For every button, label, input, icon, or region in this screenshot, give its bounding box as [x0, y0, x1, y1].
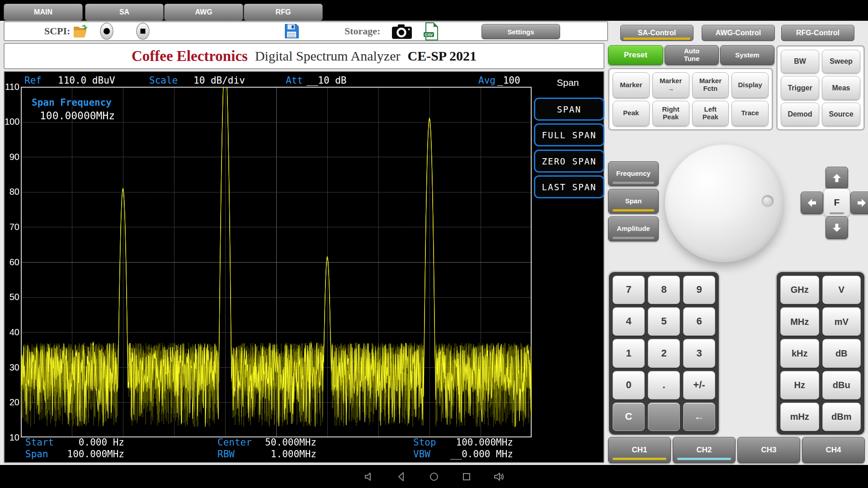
unit-mhz-milli-button[interactable]: mHz [780, 403, 819, 431]
back-icon[interactable] [395, 470, 408, 483]
f-key-button[interactable]: F [824, 188, 850, 216]
key-9[interactable]: 9 [683, 276, 715, 304]
home-icon[interactable] [428, 470, 440, 483]
rotary-knob[interactable] [665, 145, 783, 262]
key-1[interactable]: 1 [613, 339, 645, 367]
key-clear[interactable]: C [613, 403, 645, 431]
full-span-button[interactable]: FULL SPAN [534, 123, 604, 146]
right-peak-button[interactable]: Right Peak [652, 101, 689, 127]
ref-label: Ref [24, 75, 42, 86]
sweep-button[interactable]: Sweep [822, 50, 860, 73]
tab-rfg-control[interactable]: RFG-Control [781, 25, 854, 41]
auto-tune-button[interactable]: Auto Tune [665, 45, 719, 65]
y-tick: 50 [5, 292, 19, 302]
arrow-down-button[interactable] [826, 216, 848, 239]
ch3-label: CH3 [761, 446, 776, 454]
tab-sa-control[interactable]: SA-Control [620, 25, 693, 41]
marker-to-button[interactable]: Marker → [652, 72, 689, 98]
key-0[interactable]: 0 [613, 371, 645, 399]
bw-button[interactable]: BW [781, 50, 819, 73]
system-button[interactable]: System [720, 45, 774, 65]
key-7[interactable]: 7 [613, 276, 645, 304]
key-plus-minus[interactable]: +/- [683, 371, 715, 399]
ch4-button[interactable]: CH4 [802, 437, 865, 463]
key-6[interactable]: 6 [683, 307, 715, 336]
ch3-button[interactable]: CH3 [737, 437, 800, 463]
bw-label: BW [794, 57, 806, 66]
key-8[interactable]: 8 [648, 276, 680, 304]
unit-mhz-milli-label: mHz [790, 412, 809, 422]
arrow-right-button[interactable] [850, 192, 868, 214]
display-button[interactable]: Display [731, 72, 769, 98]
key-decimal-label: . [662, 380, 665, 391]
key-3[interactable]: 3 [683, 339, 715, 367]
demod-button[interactable]: Demod [781, 103, 819, 126]
unit-db-button[interactable]: dB [822, 339, 861, 367]
span-active-underline [613, 209, 654, 211]
tab-sa[interactable]: SA [85, 4, 164, 21]
zero-span-button[interactable]: ZERO SPAN [534, 150, 604, 173]
last-span-button-label: LAST SPAN [542, 182, 597, 192]
tab-awg-control[interactable]: AWG-Control [702, 25, 775, 41]
amplitude-button[interactable]: Amplitude [608, 216, 659, 241]
unit-khz-button[interactable]: kHz [780, 339, 819, 367]
y-tick: 20 [5, 397, 19, 407]
meas-button[interactable]: Meas [822, 76, 860, 99]
tab-sa-control-label: SA-Control [638, 29, 676, 37]
span-button[interactable]: SPAN [534, 98, 604, 121]
csv-icon[interactable]: CSV [423, 22, 438, 42]
span-button-label: SPAN [557, 104, 581, 114]
key-blank[interactable] [648, 403, 680, 431]
ch1-active-underline [613, 458, 666, 460]
folder-open-icon[interactable] [72, 23, 90, 41]
last-span-button[interactable]: LAST SPAN [534, 175, 604, 198]
ch2-button[interactable]: CH2 [673, 437, 736, 463]
unit-dbm-button[interactable]: dBm [822, 403, 861, 431]
key-2[interactable]: 2 [648, 339, 680, 367]
arrow-left-button[interactable] [801, 192, 823, 214]
f-key-label: F [834, 197, 840, 208]
unit-v-button[interactable]: V [822, 276, 861, 304]
unit-mhz-button[interactable]: MHz [780, 307, 819, 336]
function-key-group: BW Sweep Trigger Meas Demod Source [776, 45, 865, 131]
record-icon[interactable] [99, 22, 115, 42]
key-backspace[interactable]: ← [683, 403, 715, 431]
peak-button[interactable]: Peak [613, 101, 650, 127]
ch1-button[interactable]: CH1 [608, 437, 671, 463]
source-label: Source [829, 110, 853, 118]
unit-dbu-button[interactable]: dBu [822, 371, 861, 399]
recents-icon[interactable] [460, 470, 473, 483]
tab-main[interactable]: MAIN [4, 4, 83, 21]
tab-awg[interactable]: AWG [164, 4, 243, 21]
key-4-label: 4 [626, 316, 631, 327]
frequency-button[interactable]: Frequency [608, 161, 659, 186]
settings-button[interactable]: Settings [481, 24, 560, 39]
start-value: 0.000 Hz [54, 437, 124, 448]
volume-up-icon[interactable] [493, 470, 505, 483]
key-5[interactable]: 5 [648, 307, 680, 336]
app-root: { "colors": { "accent_blue": "#1a7ad4", … [0, 0, 868, 488]
volume-down-icon[interactable] [363, 470, 375, 483]
unit-mv-button[interactable]: mV [822, 307, 861, 336]
trigger-button[interactable]: Trigger [781, 76, 819, 99]
unit-hz-button[interactable]: Hz [780, 371, 819, 399]
marker-button[interactable]: Marker [613, 72, 650, 98]
trace-button[interactable]: Trace [731, 101, 769, 127]
preset-button[interactable]: Preset [608, 45, 663, 65]
key-4[interactable]: 4 [613, 307, 645, 336]
product-name: Digital Spectrum Analyzer [255, 48, 401, 64]
save-icon[interactable] [284, 23, 299, 41]
key-decimal[interactable]: . [648, 371, 680, 399]
left-peak-button[interactable]: Left Peak [692, 101, 729, 127]
source-button[interactable]: Source [822, 103, 860, 126]
stop-icon[interactable] [135, 22, 151, 42]
marker-fctn-button[interactable]: Marker Fctn [692, 72, 729, 98]
peak-label: Peak [623, 109, 639, 117]
unit-khz-label: kHz [792, 348, 808, 358]
tab-rfg[interactable]: RFG [244, 4, 323, 21]
arrow-up-button[interactable] [826, 167, 848, 189]
unit-ghz-button[interactable]: GHz [780, 276, 819, 304]
camera-icon[interactable] [392, 24, 412, 41]
frequency-underline [613, 182, 654, 184]
span-nav-button[interactable]: Span [608, 189, 659, 214]
